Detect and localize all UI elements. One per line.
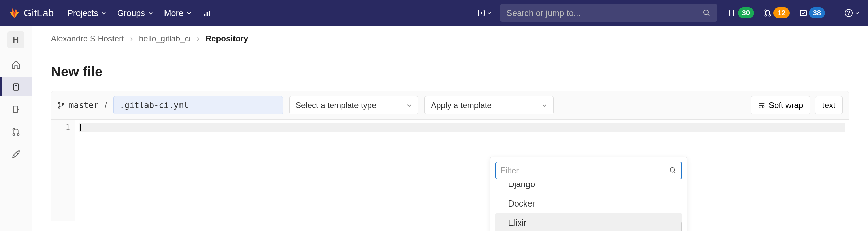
search-input[interactable] bbox=[507, 8, 702, 18]
branch-name: master bbox=[69, 101, 99, 110]
chevron-down-icon bbox=[406, 103, 412, 108]
breadcrumb-current: Repository bbox=[206, 34, 248, 43]
svg-rect-1 bbox=[206, 12, 208, 16]
help-icon: ? bbox=[844, 8, 853, 17]
svg-rect-2 bbox=[209, 11, 210, 16]
apply-template-dropdown[interactable]: Apply a template bbox=[424, 96, 554, 114]
project-sidebar: H bbox=[0, 26, 32, 231]
dropdown-label: Apply a template bbox=[431, 101, 492, 110]
svg-rect-10 bbox=[800, 10, 806, 16]
home-icon bbox=[11, 60, 21, 69]
svg-point-22 bbox=[670, 168, 675, 172]
svg-point-8 bbox=[765, 15, 767, 16]
svg-point-4 bbox=[704, 10, 708, 15]
sidebar-item-overview[interactable] bbox=[0, 55, 32, 74]
branch-selector[interactable]: master bbox=[57, 101, 99, 110]
plus-icon bbox=[478, 9, 485, 17]
sidebar-item-repository[interactable] bbox=[0, 77, 32, 96]
new-menu-button[interactable] bbox=[478, 9, 492, 17]
svg-point-6 bbox=[733, 13, 734, 14]
code-editor[interactable]: 1 bbox=[51, 120, 849, 221]
issues-counter[interactable]: 30 bbox=[728, 7, 754, 19]
template-list[interactable]: Django Docker Elixir Go bbox=[495, 183, 682, 231]
chevron-down-icon bbox=[148, 10, 153, 16]
page-title: New file bbox=[51, 64, 849, 79]
svg-point-20 bbox=[58, 107, 60, 108]
main-content: Alexandre S Hostert › hello_gitlab_ci › … bbox=[32, 26, 868, 231]
wrap-icon bbox=[758, 102, 765, 109]
code-area[interactable] bbox=[75, 120, 849, 221]
button-label: text bbox=[822, 101, 835, 110]
file-editor-toolbar: master / Select a template type Apply a … bbox=[51, 91, 849, 120]
template-option[interactable]: Elixir bbox=[495, 213, 682, 231]
svg-point-7 bbox=[765, 10, 767, 12]
nav-groups[interactable]: Groups bbox=[117, 8, 153, 18]
chevron-down-icon bbox=[487, 11, 492, 15]
nav-label: More bbox=[164, 8, 184, 18]
header-badges: 30 12 38 ? bbox=[728, 7, 860, 19]
activity-icon bbox=[203, 8, 212, 18]
nav-projects[interactable]: Projects bbox=[67, 8, 106, 18]
issues-icon bbox=[12, 105, 20, 114]
branch-icon bbox=[57, 102, 65, 109]
svg-rect-14 bbox=[13, 106, 17, 113]
sidebar-item-issues[interactable] bbox=[0, 100, 32, 119]
template-option[interactable]: Django bbox=[495, 183, 682, 194]
svg-rect-0 bbox=[204, 14, 205, 16]
code-line[interactable] bbox=[79, 123, 845, 132]
nav-more[interactable]: More bbox=[164, 8, 192, 18]
chevron-down-icon bbox=[855, 11, 860, 15]
sidebar-item-merge-requests[interactable] bbox=[0, 122, 32, 141]
help-menu[interactable]: ? bbox=[844, 8, 860, 17]
search-icon bbox=[702, 9, 711, 17]
breadcrumb: Alexandre S Hostert › hello_gitlab_ci › … bbox=[51, 26, 849, 52]
svg-point-18 bbox=[17, 134, 19, 135]
mr-counter[interactable]: 12 bbox=[764, 7, 789, 19]
svg-text:?: ? bbox=[847, 10, 850, 16]
soft-wrap-button[interactable]: Soft wrap bbox=[751, 96, 810, 114]
sidebar-item-cicd[interactable] bbox=[0, 145, 32, 164]
search-icon bbox=[669, 167, 677, 174]
line-gutter: 1 bbox=[51, 120, 75, 221]
top-navbar: GitLab Projects Groups More 30 bbox=[0, 0, 868, 26]
chevron-down-icon bbox=[186, 10, 192, 16]
svg-rect-5 bbox=[730, 10, 734, 16]
breadcrumb-separator: › bbox=[197, 34, 199, 43]
breadcrumb-separator: › bbox=[130, 34, 133, 43]
filter-input[interactable] bbox=[501, 166, 669, 175]
text-mode-button[interactable]: text bbox=[815, 96, 843, 114]
nav-label: Projects bbox=[67, 8, 98, 18]
nav-label: Groups bbox=[117, 8, 145, 18]
nav-activity[interactable] bbox=[203, 8, 212, 18]
svg-point-16 bbox=[13, 128, 14, 130]
template-type-dropdown[interactable]: Select a template type bbox=[289, 96, 418, 114]
repository-icon bbox=[12, 83, 20, 91]
chevron-down-icon bbox=[542, 103, 547, 108]
text-cursor bbox=[80, 124, 81, 131]
svg-point-9 bbox=[769, 15, 771, 16]
top-nav: Projects Groups More bbox=[67, 8, 212, 18]
todos-counter[interactable]: 38 bbox=[799, 7, 825, 19]
project-avatar[interactable]: H bbox=[7, 31, 24, 48]
brand-name: GitLab bbox=[24, 7, 54, 19]
path-separator: / bbox=[105, 100, 107, 111]
badge-count: 12 bbox=[773, 7, 789, 19]
scrollbar-thumb[interactable] bbox=[681, 221, 682, 231]
badge-count: 38 bbox=[809, 7, 825, 19]
gitlab-logo-icon bbox=[8, 7, 20, 19]
svg-point-19 bbox=[58, 102, 60, 104]
rocket-icon bbox=[12, 150, 20, 159]
button-label: Soft wrap bbox=[769, 101, 803, 110]
breadcrumb-item[interactable]: Alexandre S Hostert bbox=[51, 34, 124, 43]
dropdown-label: Select a template type bbox=[296, 101, 376, 110]
merge-request-icon bbox=[764, 9, 772, 17]
template-filter[interactable] bbox=[495, 162, 682, 179]
brand-logo[interactable]: GitLab bbox=[8, 7, 54, 19]
merge-request-icon bbox=[12, 127, 20, 136]
breadcrumb-item[interactable]: hello_gitlab_ci bbox=[139, 34, 191, 43]
todo-icon bbox=[799, 9, 808, 17]
filename-input[interactable] bbox=[113, 96, 283, 114]
global-search[interactable] bbox=[500, 4, 717, 22]
svg-point-15 bbox=[18, 109, 19, 110]
template-option[interactable]: Docker bbox=[495, 194, 682, 213]
